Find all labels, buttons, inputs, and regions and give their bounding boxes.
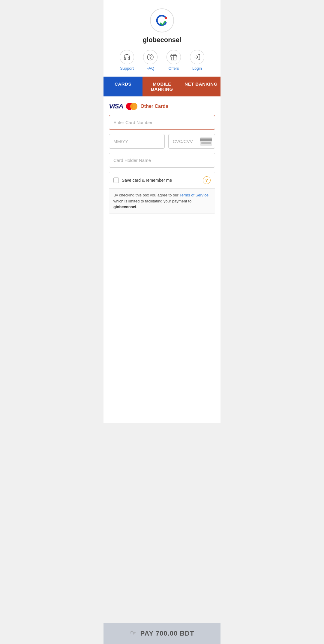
cvc-line-2 <box>201 143 211 144</box>
faq-icon-circle <box>143 50 158 64</box>
save-card-help-icon[interactable]: ? <box>203 176 211 184</box>
question-icon <box>147 53 154 61</box>
main-content: VISA Other Cards Sav <box>104 96 220 423</box>
mastercard-logo <box>126 103 137 110</box>
nav-icons: Support FAQ Of <box>120 50 204 71</box>
nav-faq[interactable]: FAQ <box>143 50 158 71</box>
save-card-header: Save card & remember me ? <box>109 172 215 189</box>
save-card-label: Save card & remember me <box>122 178 172 183</box>
svg-point-1 <box>147 54 153 60</box>
tab-mobile-banking[interactable]: MOBILE BANKING <box>142 77 182 96</box>
other-cards-label[interactable]: Other Cards <box>140 104 168 109</box>
support-label: Support <box>120 66 134 71</box>
cvc-wrapper <box>168 134 215 149</box>
login-icon <box>194 53 201 61</box>
brand-name: globeconsel <box>143 36 181 44</box>
expiry-cvc-row <box>109 134 215 149</box>
bottom-area <box>104 423 220 623</box>
terms-text: By checking this box you agree to our Te… <box>109 189 215 214</box>
cvc-line-1 <box>201 142 211 143</box>
card-number-group <box>109 115 215 130</box>
header: globeconsel Support FAQ <box>104 0 220 77</box>
pay-label[interactable]: PAY 700.00 BDT <box>140 630 194 637</box>
visa-logo: VISA <box>109 102 123 110</box>
faq-label: FAQ <box>146 66 154 71</box>
offers-label: Offers <box>168 66 179 71</box>
tab-net-banking[interactable]: NET BANKING <box>182 77 220 96</box>
pay-hand-icon: ☞ <box>130 629 137 638</box>
nav-support[interactable]: Support <box>120 50 134 71</box>
terms-prefix: By checking this box you agree to our <box>113 193 179 197</box>
card-types: VISA Other Cards <box>109 102 215 110</box>
pay-footer[interactable]: ☞ PAY 700.00 BDT <box>104 623 220 644</box>
card-number-input[interactable] <box>109 115 215 130</box>
holder-name-group <box>109 153 215 168</box>
mc-yellow-circle <box>130 103 137 110</box>
offers-icon-circle <box>166 50 181 64</box>
cvc-card-lines <box>200 141 212 145</box>
brand-logo <box>150 8 174 32</box>
tabs: CARDS MOBILE BANKING NET BANKING <box>104 77 220 96</box>
terms-end: . <box>136 205 137 209</box>
expiry-input[interactable] <box>109 134 165 149</box>
nav-login[interactable]: Login <box>190 50 204 71</box>
save-card-checkbox[interactable] <box>113 178 119 183</box>
support-icon-circle <box>120 50 134 64</box>
gift-icon <box>170 53 177 61</box>
nav-offers[interactable]: Offers <box>166 50 181 71</box>
terms-suffix: which is limited to facilitating your pa… <box>113 199 191 203</box>
terms-link[interactable]: Terms of Service <box>179 193 208 197</box>
login-icon-circle <box>190 50 204 64</box>
card-holder-input[interactable] <box>109 153 215 168</box>
headset-icon <box>123 53 130 61</box>
terms-brand: globeconsel <box>113 205 136 209</box>
login-label: Login <box>192 66 202 71</box>
save-card-box: Save card & remember me ? By checking th… <box>109 172 215 214</box>
cvc-card-strip <box>200 138 212 141</box>
tab-cards[interactable]: CARDS <box>104 77 142 96</box>
save-card-left: Save card & remember me <box>113 178 172 183</box>
svg-point-0 <box>165 17 167 19</box>
cvc-card-icon <box>200 137 212 146</box>
